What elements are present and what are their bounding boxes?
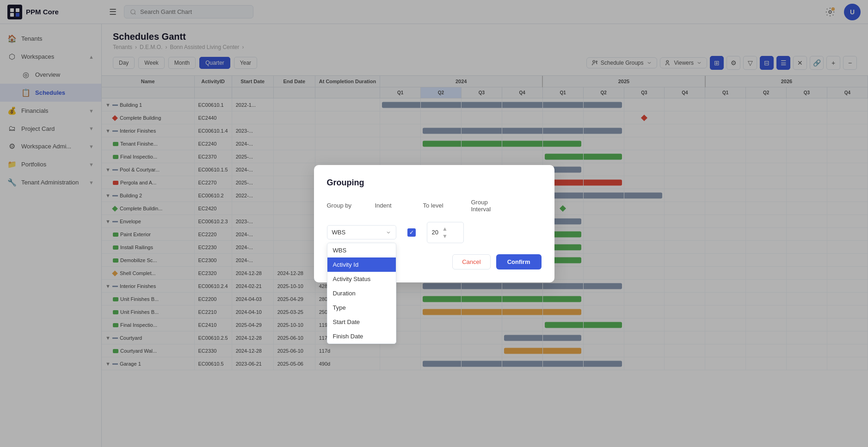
modal-title: Grouping bbox=[327, 178, 542, 188]
option-type[interactable]: Type bbox=[327, 300, 396, 315]
group-by-label: Group by bbox=[327, 202, 364, 209]
option-activity-status[interactable]: Activity Status bbox=[327, 272, 396, 286]
group-by-value: WBS bbox=[332, 229, 346, 236]
modal-group-by-row: Group by Indent To level Group Interval bbox=[327, 199, 542, 213]
group-by-dropdown: WBS Activity Id Activity Status Duration… bbox=[327, 243, 396, 344]
group-interval-label: Group Interval bbox=[471, 199, 508, 213]
grouping-modal: Grouping Group by Indent To level Group … bbox=[314, 165, 554, 282]
option-wbs[interactable]: WBS bbox=[327, 243, 396, 257]
option-duration[interactable]: Duration bbox=[327, 286, 396, 300]
modal-controls-row: WBS WBS Activity Id Activity Status Dura… bbox=[327, 222, 542, 243]
option-activity-id[interactable]: Activity Id bbox=[327, 257, 396, 272]
modal-overlay: Grouping Group by Indent To level Group … bbox=[0, 0, 868, 447]
confirm-button[interactable]: Confirm bbox=[496, 254, 542, 269]
to-level-value: 20 bbox=[432, 229, 438, 236]
group-by-select[interactable]: WBS bbox=[327, 225, 396, 239]
cancel-button[interactable]: Cancel bbox=[452, 254, 490, 269]
indent-label: Indent bbox=[375, 202, 412, 209]
option-start-date[interactable]: Start Date bbox=[327, 315, 396, 329]
select-chevron bbox=[386, 230, 391, 235]
indent-checkbox[interactable]: ✓ bbox=[407, 228, 416, 237]
to-level-label: To level bbox=[423, 202, 460, 209]
option-finish-date[interactable]: Finish Date bbox=[327, 329, 396, 343]
level-down-arrow[interactable]: ▼ bbox=[442, 233, 448, 239]
level-up-arrow[interactable]: ▲ bbox=[442, 226, 448, 232]
to-level-input[interactable]: 20 ▲ ▼ bbox=[427, 222, 464, 243]
